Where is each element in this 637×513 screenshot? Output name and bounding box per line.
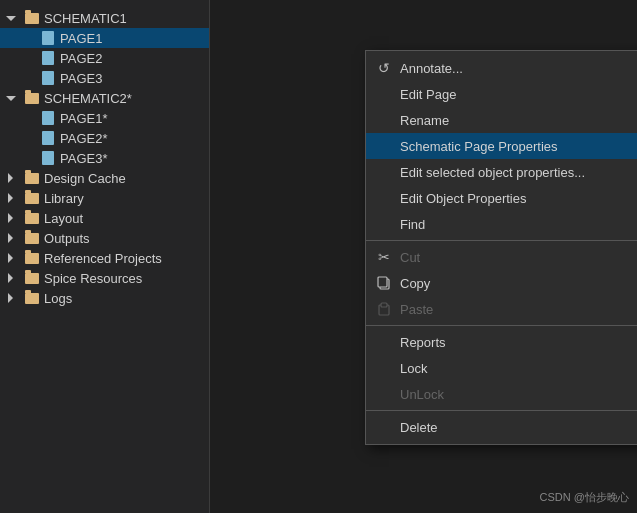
menu-label-cut: Cut [400, 250, 637, 265]
menu-label-find: Find [400, 217, 637, 232]
outputs-label: Outputs [44, 231, 90, 246]
folder-icon-spice [24, 270, 40, 286]
folder-icon-outputs [24, 230, 40, 246]
menu-label-edit-page: Edit Page [400, 87, 637, 102]
menu-item-edit-selected[interactable]: Edit selected object properties... [366, 159, 637, 185]
page-icon-page3 [40, 70, 56, 86]
tree-item-library[interactable]: Library [0, 188, 209, 208]
menu-label-paste: Paste [400, 302, 637, 317]
menu-item-annotate[interactable]: ↺ Annotate... [366, 55, 637, 81]
svg-rect-3 [381, 303, 387, 307]
edit-selected-icon [374, 164, 394, 180]
arrow-icon-schematic2 [4, 90, 20, 106]
arrow-placeholder-page3 [20, 70, 36, 86]
menu-item-edit-page[interactable]: Edit Page [366, 81, 637, 107]
library-label: Library [44, 191, 84, 206]
reports-icon [374, 334, 394, 350]
arrow-icon-library [4, 190, 20, 206]
menu-label-edit-object: Edit Object Properties [400, 191, 637, 206]
arrow-icon-ref [4, 250, 20, 266]
arrow-icon-logs [4, 290, 20, 306]
schematic-props-icon [374, 138, 394, 154]
lock-icon [374, 360, 394, 376]
arrow-icon-layout [4, 210, 20, 226]
page-icon-page3b [40, 150, 56, 166]
tree-item-schematic1[interactable]: SCHEMATIC1 [0, 8, 209, 28]
tree-item-page2[interactable]: PAGE2 [0, 48, 209, 68]
arrow-icon-outputs [4, 230, 20, 246]
menu-label-lock: Lock [400, 361, 637, 376]
ref-projects-label: Referenced Projects [44, 251, 162, 266]
edit-object-icon [374, 190, 394, 206]
tree-item-page1[interactable]: PAGE1 [0, 28, 209, 48]
unlock-icon [374, 386, 394, 402]
tree-item-design-cache[interactable]: Design Cache [0, 168, 209, 188]
menu-item-lock[interactable]: Lock [366, 355, 637, 381]
menu-item-unlock[interactable]: UnLock [366, 381, 637, 407]
tree-item-logs[interactable]: Logs [0, 288, 209, 308]
page-icon-page1 [40, 30, 56, 46]
folder-icon-ref [24, 250, 40, 266]
menu-item-cut[interactable]: ✂ Cut [366, 244, 637, 270]
menu-item-paste[interactable]: Paste [366, 296, 637, 322]
annotate-icon: ↺ [374, 60, 394, 76]
menu-label-annotate: Annotate... [400, 61, 637, 76]
sidebar-panel: SCHEMATIC1 PAGE1 PAGE2 PAGE3 [0, 0, 210, 513]
logs-label: Logs [44, 291, 72, 306]
tree-item-spice[interactable]: Spice Resources [0, 268, 209, 288]
delete-icon [374, 419, 394, 435]
schematic2-label: SCHEMATIC2* [44, 91, 132, 106]
tree-item-schematic2[interactable]: SCHEMATIC2* [0, 88, 209, 108]
svg-rect-1 [378, 277, 387, 287]
menu-item-edit-object[interactable]: Edit Object Properties [366, 185, 637, 211]
folder-icon-library [24, 190, 40, 206]
menu-item-reports[interactable]: Reports ► [366, 329, 637, 355]
arrow-icon-design-cache [4, 170, 20, 186]
page-icon-page2b [40, 130, 56, 146]
folder-icon-schematic1 [24, 10, 40, 26]
layout-label: Layout [44, 211, 83, 226]
folder-icon-schematic2 [24, 90, 40, 106]
arrow-placeholder-page1 [20, 30, 36, 46]
tree-item-outputs[interactable]: Outputs [0, 228, 209, 248]
watermark: CSDN @怡步晚心 [540, 490, 629, 505]
separator-3 [366, 410, 637, 411]
menu-label-reports: Reports [400, 335, 637, 350]
menu-item-delete[interactable]: Delete [366, 414, 637, 440]
arrow-icon-spice [4, 270, 20, 286]
arrow-placeholder-page1b [20, 110, 36, 126]
arrow-placeholder-page3b [20, 150, 36, 166]
page3b-label: PAGE3* [60, 151, 107, 166]
page1b-label: PAGE1* [60, 111, 107, 126]
separator-1 [366, 240, 637, 241]
folder-icon-logs [24, 290, 40, 306]
page3-label: PAGE3 [60, 71, 102, 86]
folder-icon-design-cache [24, 170, 40, 186]
page-icon-page2 [40, 50, 56, 66]
menu-item-rename[interactable]: Rename [366, 107, 637, 133]
tree-item-page2b[interactable]: PAGE2* [0, 128, 209, 148]
tree-item-ref-projects[interactable]: Referenced Projects [0, 248, 209, 268]
menu-item-find[interactable]: Find [366, 211, 637, 237]
menu-label-copy: Copy [400, 276, 637, 291]
arrow-placeholder-page2b [20, 130, 36, 146]
menu-label-edit-selected: Edit selected object properties... [400, 165, 637, 180]
main-area: ↺ Annotate... Edit Page Rename Schematic… [210, 0, 637, 513]
menu-item-copy[interactable]: Copy [366, 270, 637, 296]
rename-icon [374, 112, 394, 128]
page2b-label: PAGE2* [60, 131, 107, 146]
tree-item-page3[interactable]: PAGE3 [0, 68, 209, 88]
tree-item-page1b[interactable]: PAGE1* [0, 108, 209, 128]
find-icon [374, 216, 394, 232]
menu-label-rename: Rename [400, 113, 637, 128]
page-icon-page1b [40, 110, 56, 126]
spice-label: Spice Resources [44, 271, 142, 286]
tree-item-layout[interactable]: Layout [0, 208, 209, 228]
separator-2 [366, 325, 637, 326]
design-cache-label: Design Cache [44, 171, 126, 186]
tree-item-page3b[interactable]: PAGE3* [0, 148, 209, 168]
menu-item-schematic-props[interactable]: Schematic Page Properties [366, 133, 637, 159]
paste-icon [374, 301, 394, 317]
cut-icon: ✂ [374, 249, 394, 265]
folder-icon-layout [24, 210, 40, 226]
